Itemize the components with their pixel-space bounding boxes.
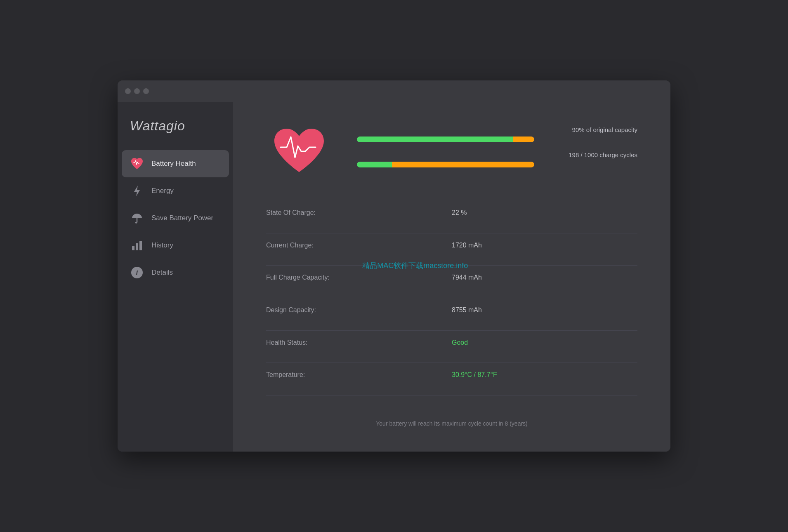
- info-icon: i: [130, 266, 144, 280]
- svg-rect-1: [132, 246, 134, 250]
- close-button[interactable]: [125, 88, 131, 94]
- capacity-stat: 90% of original capacity: [357, 126, 637, 142]
- capacity-label: 90% of original capacity: [357, 126, 637, 133]
- stat-label-3: Design Capacity:: [266, 298, 452, 331]
- capacity-bar-fill: [357, 137, 534, 142]
- sidebar-item-history[interactable]: History: [118, 232, 233, 259]
- stat-value-1: 1720 mAh: [452, 233, 637, 266]
- stats-bars: 90% of original capacity 198 / 1000 char…: [357, 126, 637, 177]
- stat-label-5: Temperature:: [266, 363, 452, 395]
- details-label: Details: [151, 268, 173, 277]
- history-label: History: [151, 241, 173, 250]
- minimize-button[interactable]: [134, 88, 140, 94]
- lightning-icon: [130, 184, 144, 198]
- stat-value-2: 7944 mAh: [452, 266, 637, 298]
- stat-label-4: Health Status:: [266, 331, 452, 363]
- app-title: Wattagio: [118, 114, 233, 150]
- cycles-bar-bg: [357, 162, 534, 167]
- stat-value-0: 22 %: [452, 201, 637, 233]
- sidebar: Wattagio Battery Health: [118, 102, 233, 452]
- cycles-stat: 198 / 1000 charge cycles: [357, 151, 637, 167]
- sidebar-item-details[interactable]: i Details: [118, 259, 233, 286]
- details-grid: State Of Charge: 22 % Current Charge: 17…: [266, 201, 637, 395]
- content-area: 90% of original capacity 198 / 1000 char…: [233, 102, 670, 452]
- barchart-icon: [130, 238, 144, 252]
- stat-label-2: Full Charge Capacity:: [266, 266, 452, 298]
- main-layout: Wattagio Battery Health: [118, 102, 670, 452]
- maximize-button[interactable]: [143, 88, 149, 94]
- sidebar-item-energy[interactable]: Energy: [118, 177, 233, 205]
- footer-message: Your battery will reach its maximum cycl…: [266, 412, 637, 435]
- svg-rect-3: [139, 241, 142, 250]
- heart-icon: [130, 157, 144, 171]
- stat-value-4: Good: [452, 331, 637, 363]
- stat-label-0: State Of Charge:: [266, 201, 452, 233]
- app-window: Wattagio Battery Health: [118, 80, 670, 452]
- sidebar-item-battery-health[interactable]: Battery Health: [122, 150, 229, 177]
- svg-rect-2: [136, 243, 138, 250]
- stat-value-5: 30.9°C / 87.7°F: [452, 363, 637, 395]
- stat-value-3: 8755 mAh: [452, 298, 637, 331]
- umbrella-icon: [130, 211, 144, 225]
- save-battery-label: Save Battery Power: [151, 214, 213, 222]
- top-section: 90% of original capacity 198 / 1000 char…: [266, 122, 637, 180]
- cycles-bar-fill: [357, 162, 534, 167]
- sidebar-item-save-battery-power[interactable]: Save Battery Power: [118, 205, 233, 232]
- title-bar: [118, 80, 670, 102]
- nav-items: Battery Health Energy: [118, 150, 233, 286]
- cycles-label: 198 / 1000 charge cycles: [357, 151, 637, 158]
- traffic-lights: [125, 88, 149, 94]
- battery-health-label: Battery Health: [151, 160, 196, 168]
- stat-label-1: Current Charge:: [266, 233, 452, 266]
- battery-heart-icon: [266, 122, 332, 180]
- capacity-bar-bg: [357, 137, 534, 142]
- energy-label: Energy: [151, 187, 174, 195]
